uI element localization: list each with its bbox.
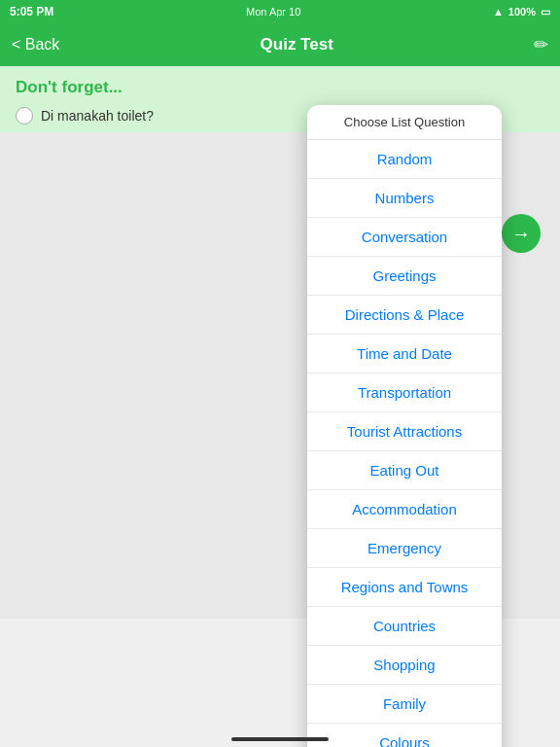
status-right: ▲ 100% ▭ — [493, 6, 550, 18]
main-content: Don't forget... Di manakah toilet?Kamu t… — [0, 66, 560, 241]
dropdown-item[interactable]: Accommodation — [307, 490, 502, 529]
dropdown-item[interactable]: Colours — [307, 724, 502, 747]
home-indicator — [231, 737, 329, 741]
dropdown-item[interactable]: Time and Date — [307, 335, 502, 374]
dropdown-item[interactable]: Countries — [307, 607, 502, 646]
nav-bar: < Back Quiz Test ✏ — [0, 23, 560, 66]
page-title: Quiz Test — [261, 35, 333, 54]
edit-button[interactable]: ✏ — [534, 34, 548, 55]
radio-circle — [16, 107, 33, 124]
next-button[interactable]: → — [502, 214, 541, 253]
dropdown-item[interactable]: Numbers — [307, 179, 502, 218]
dropdown-items-container: RandomNumbersConversationGreetingsDirect… — [307, 140, 502, 747]
status-date: Mon Apr 10 — [246, 6, 300, 18]
dropdown-item[interactable]: Tourist Attractions — [307, 412, 502, 451]
wifi-icon: ▲ — [493, 6, 504, 18]
dropdown-item[interactable]: Random — [307, 140, 502, 179]
dropdown-item[interactable]: Shopping — [307, 646, 502, 685]
battery-label: 100% — [508, 6, 536, 18]
status-bar: 5:05 PM Mon Apr 10 ▲ 100% ▭ — [0, 0, 560, 23]
battery-icon: ▭ — [541, 6, 550, 18]
dropdown-item[interactable]: Directions & Place — [307, 296, 502, 335]
dropdown-item[interactable]: Transportation — [307, 374, 502, 412]
status-time: 5:05 PM — [10, 5, 53, 18]
dropdown-item[interactable]: Regions and Towns — [307, 568, 502, 607]
dropdown-item[interactable]: Eating Out — [307, 451, 502, 490]
dropdown-header: Choose List Question — [307, 105, 502, 140]
dropdown-item[interactable]: Emergency — [307, 529, 502, 568]
dropdown-item[interactable]: Family — [307, 685, 502, 724]
option-text: Di manakah toilet? — [41, 108, 154, 124]
dropdown-item[interactable]: Conversation — [307, 218, 502, 257]
dropdown-item[interactable]: Greetings — [307, 257, 502, 296]
back-button[interactable]: < Back — [12, 36, 59, 53]
dropdown-menu: Choose List Question RandomNumbersConver… — [307, 105, 502, 747]
question-label: Don't forget... — [16, 78, 544, 97]
